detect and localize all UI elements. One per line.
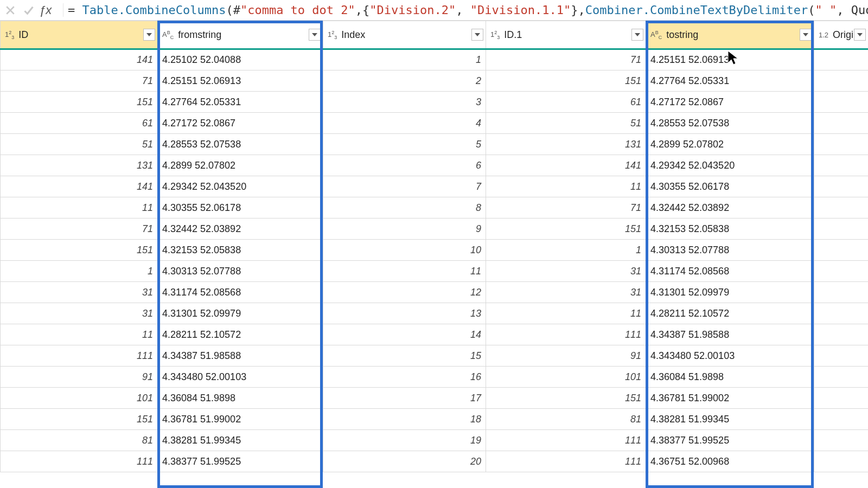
cell[interactable]: 4.27764 52.05331: [646, 70, 814, 92]
cell[interactable]: 4.27764 52.05331: [158, 92, 323, 113]
cell[interactable]: 1: [486, 240, 646, 261]
cell[interactable]: 31: [1, 282, 158, 303]
cell[interactable]: 4.34387 51.98588: [646, 324, 814, 345]
cell[interactable]: 4.343480 52.00103: [646, 345, 814, 367]
filter-dropdown-icon[interactable]: [800, 29, 812, 41]
number-type-icon[interactable]: 123: [328, 30, 337, 40]
cell[interactable]: 4.343480 52.00103: [158, 367, 323, 388]
cell[interactable]: 17: [323, 388, 486, 409]
column-header-fromstring[interactable]: ABCfromstring: [158, 21, 323, 49]
cell[interactable]: 4.38281 51.99345: [646, 409, 814, 430]
cell[interactable]: 4.31174 52.08568: [158, 282, 323, 303]
cell[interactable]: [814, 261, 869, 282]
cell[interactable]: 71: [486, 49, 646, 70]
cell[interactable]: 4.28553 52.07538: [646, 113, 814, 134]
cell[interactable]: 31: [486, 261, 646, 282]
table-row[interactable]: 314.31301 52.0997913114.28211 52.10572: [1, 303, 869, 324]
filter-dropdown-icon[interactable]: [143, 29, 155, 41]
cell[interactable]: 19: [323, 430, 486, 451]
table-row[interactable]: 1414.25102 52.040881714.25151 52.06913: [1, 49, 869, 70]
cell[interactable]: 4.27172 52.0867: [158, 113, 323, 134]
cell[interactable]: 4.36781 51.99002: [646, 388, 814, 409]
cell[interactable]: 4: [323, 113, 486, 134]
column-header-index[interactable]: 123Index: [323, 21, 486, 49]
cell[interactable]: [814, 113, 869, 134]
cell[interactable]: 141: [1, 49, 158, 70]
cell[interactable]: 4.28211 52.10572: [646, 303, 814, 324]
cell[interactable]: 131: [1, 155, 158, 176]
cell[interactable]: 4.31301 52.09979: [158, 303, 323, 324]
cell[interactable]: 91: [486, 345, 646, 367]
cell[interactable]: 11: [486, 303, 646, 324]
table-row[interactable]: 1114.38377 51.99525201114.36751 52.00968: [1, 451, 869, 472]
cell[interactable]: 71: [1, 70, 158, 92]
cell[interactable]: [814, 324, 869, 345]
cell[interactable]: 151: [486, 388, 646, 409]
cell[interactable]: 51: [486, 113, 646, 134]
cell[interactable]: 151: [486, 219, 646, 240]
table-row[interactable]: 314.31174 52.0856812314.31301 52.09979: [1, 282, 869, 303]
cell[interactable]: 4.25151 52.06913: [646, 49, 814, 70]
cell[interactable]: 81: [1, 430, 158, 451]
cell[interactable]: 111: [1, 451, 158, 472]
number-type-icon[interactable]: 123: [5, 30, 14, 40]
cell[interactable]: 81: [486, 409, 646, 430]
cell[interactable]: 4.32153 52.05838: [158, 240, 323, 261]
cell[interactable]: 13: [323, 303, 486, 324]
table-row[interactable]: 1114.34387 51.9858815914.343480 52.00103: [1, 345, 869, 367]
cell[interactable]: 151: [1, 240, 158, 261]
cell[interactable]: 4.32442 52.03892: [646, 197, 814, 219]
cell[interactable]: 4.38377 51.99525: [646, 430, 814, 451]
cell[interactable]: 31: [486, 282, 646, 303]
filter-dropdown-icon[interactable]: [471, 29, 483, 41]
cell[interactable]: 101: [486, 367, 646, 388]
cell[interactable]: 5: [323, 134, 486, 155]
cell[interactable]: 15: [323, 345, 486, 367]
cell[interactable]: [814, 155, 869, 176]
cell[interactable]: 10: [323, 240, 486, 261]
cell[interactable]: 4.30355 52.06178: [158, 197, 323, 219]
cell[interactable]: [814, 282, 869, 303]
cell[interactable]: 61: [1, 113, 158, 134]
cell[interactable]: 151: [486, 70, 646, 92]
cell[interactable]: 14: [323, 324, 486, 345]
column-header-id-1[interactable]: 123ID.1: [486, 21, 646, 49]
table-row[interactable]: 614.27172 52.08674514.28553 52.07538: [1, 113, 869, 134]
cell[interactable]: [814, 409, 869, 430]
cell[interactable]: 4.31301 52.09979: [646, 282, 814, 303]
table-row[interactable]: 114.30355 52.061788714.32442 52.03892: [1, 197, 869, 219]
cell[interactable]: 4.36781 51.99002: [158, 409, 323, 430]
column-header-id[interactable]: 123ID: [1, 21, 158, 49]
cell[interactable]: [814, 430, 869, 451]
text-type-icon[interactable]: ABC: [650, 30, 662, 40]
formula-input[interactable]: = Table.CombineColumns(#"comma to dot 2"…: [63, 3, 868, 17]
cell[interactable]: 4.28553 52.07538: [158, 134, 323, 155]
cell[interactable]: [814, 197, 869, 219]
cell[interactable]: 91: [1, 367, 158, 388]
cell[interactable]: [814, 92, 869, 113]
cell[interactable]: 4.29342 52.043520: [158, 176, 323, 197]
cell[interactable]: 8: [323, 197, 486, 219]
table-row[interactable]: 714.32442 52.0389291514.32153 52.05838: [1, 219, 869, 240]
cell[interactable]: 4.32442 52.03892: [158, 219, 323, 240]
cancel-icon[interactable]: [2, 2, 18, 18]
cell[interactable]: 4.30313 52.07788: [158, 261, 323, 282]
cell[interactable]: 61: [486, 92, 646, 113]
cell[interactable]: 11: [1, 197, 158, 219]
table-row[interactable]: 1514.32153 52.058381014.30313 52.07788: [1, 240, 869, 261]
cell[interactable]: 11: [1, 324, 158, 345]
cell[interactable]: 111: [486, 324, 646, 345]
confirm-icon[interactable]: [21, 2, 37, 18]
cell[interactable]: 4.36084 51.9898: [646, 367, 814, 388]
cell[interactable]: 111: [486, 451, 646, 472]
cell[interactable]: 31: [1, 303, 158, 324]
cell[interactable]: 111: [1, 345, 158, 367]
cell[interactable]: 4.29342 52.043520: [646, 155, 814, 176]
table-row[interactable]: 1514.36781 51.9900218814.38281 51.99345: [1, 409, 869, 430]
cell[interactable]: 151: [1, 409, 158, 430]
cell[interactable]: [814, 451, 869, 472]
table-row[interactable]: 714.25151 52.0691321514.27764 52.05331: [1, 70, 869, 92]
cell[interactable]: 2: [323, 70, 486, 92]
decimal-type-icon[interactable]: 1.2: [819, 31, 828, 39]
cell[interactable]: 6: [323, 155, 486, 176]
